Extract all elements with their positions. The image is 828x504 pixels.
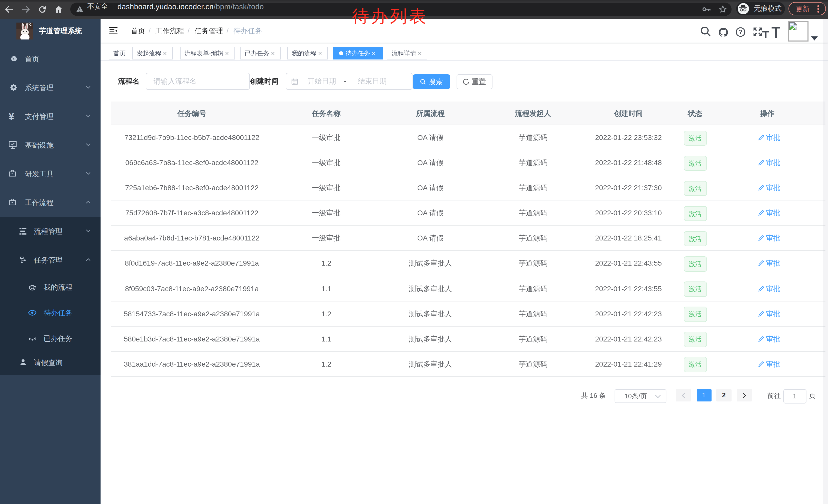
svg-text:?: ?	[739, 28, 742, 35]
